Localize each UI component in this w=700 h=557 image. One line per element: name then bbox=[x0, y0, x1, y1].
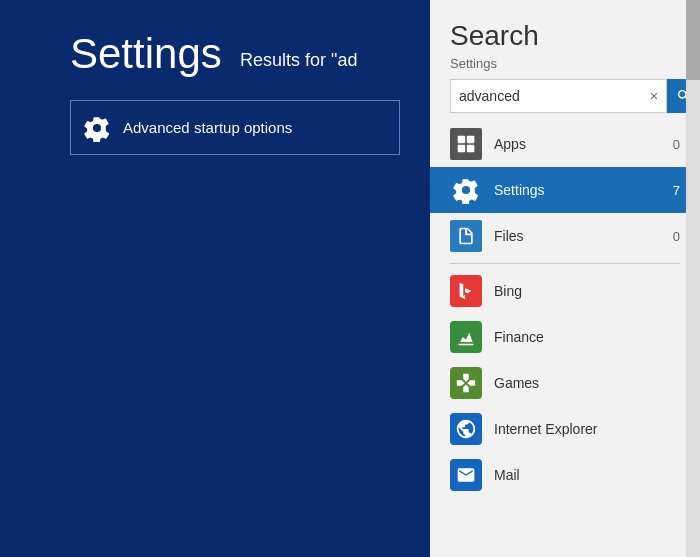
games-label: Games bbox=[494, 375, 680, 391]
games-icon bbox=[450, 367, 482, 399]
finance-icon bbox=[450, 321, 482, 353]
search-title: Search bbox=[450, 20, 680, 52]
category-item-files[interactable]: Files 0 bbox=[430, 213, 700, 259]
search-box[interactable]: × bbox=[450, 79, 667, 113]
search-header: Search Settings × bbox=[430, 0, 700, 113]
settings-icon bbox=[450, 174, 482, 206]
files-icon bbox=[450, 220, 482, 252]
settings-count: 7 bbox=[673, 183, 680, 198]
result-item-advanced-startup[interactable]: Advanced startup options bbox=[70, 100, 400, 155]
category-item-finance[interactable]: Finance bbox=[430, 314, 700, 360]
apps-label: Apps bbox=[494, 136, 673, 152]
files-label: Files bbox=[494, 228, 673, 244]
category-item-ie[interactable]: Internet Explorer bbox=[430, 406, 700, 452]
category-list: Apps 0 Settings 7 Files 0 bbox=[430, 121, 700, 498]
search-category-label: Settings bbox=[450, 56, 680, 71]
category-divider bbox=[450, 263, 680, 264]
category-item-mail[interactable]: Mail bbox=[430, 452, 700, 498]
svg-rect-2 bbox=[458, 145, 466, 153]
ie-icon bbox=[450, 413, 482, 445]
mail-icon bbox=[450, 459, 482, 491]
category-item-settings[interactable]: Settings 7 bbox=[430, 167, 700, 213]
search-clear-button[interactable]: × bbox=[642, 80, 666, 112]
finance-label: Finance bbox=[494, 329, 680, 345]
scrollbar[interactable] bbox=[686, 0, 700, 557]
files-count: 0 bbox=[673, 229, 680, 244]
gear-icon bbox=[83, 114, 111, 142]
scrollbar-thumb[interactable] bbox=[686, 0, 700, 80]
apps-icon bbox=[450, 128, 482, 160]
page-title: Settings bbox=[70, 30, 222, 78]
ie-label: Internet Explorer bbox=[494, 421, 680, 437]
svg-rect-3 bbox=[467, 145, 475, 153]
category-item-bing[interactable]: Bing bbox=[430, 268, 700, 314]
svg-rect-0 bbox=[458, 136, 466, 144]
settings-label: Settings bbox=[494, 182, 673, 198]
right-panel: Search Settings × bbox=[430, 0, 700, 557]
results-subtitle: Results for "ad bbox=[240, 50, 357, 71]
bing-icon bbox=[450, 275, 482, 307]
left-panel: Settings Results for "ad Advanced startu… bbox=[0, 0, 430, 557]
category-item-games[interactable]: Games bbox=[430, 360, 700, 406]
apps-count: 0 bbox=[673, 137, 680, 152]
category-item-apps[interactable]: Apps 0 bbox=[430, 121, 700, 167]
bing-label: Bing bbox=[494, 283, 680, 299]
result-item-label: Advanced startup options bbox=[123, 119, 292, 136]
mail-label: Mail bbox=[494, 467, 680, 483]
svg-rect-1 bbox=[467, 136, 475, 144]
search-input[interactable] bbox=[451, 80, 642, 112]
